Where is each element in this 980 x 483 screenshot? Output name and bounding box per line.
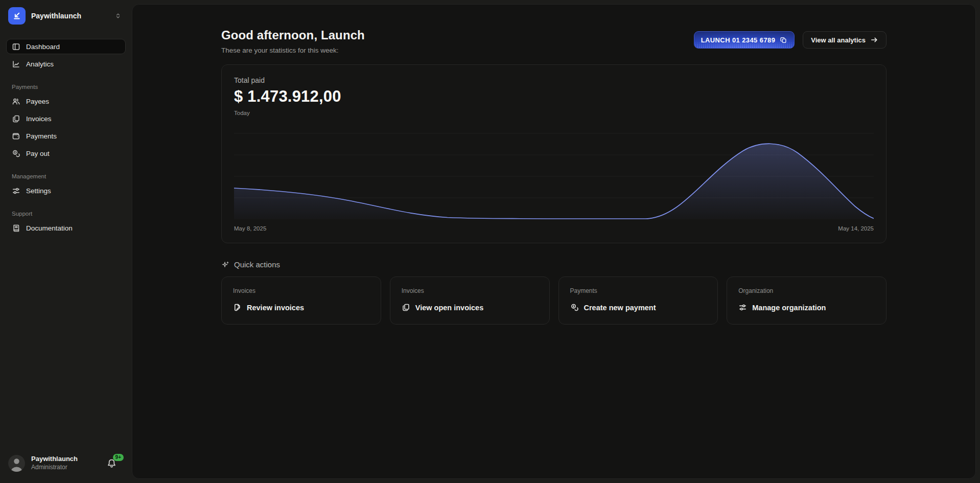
section-label-payments: Payments: [6, 84, 126, 90]
area-chart-svg: [234, 126, 874, 219]
sidebar-item-dashboard[interactable]: Dashboard: [6, 39, 126, 54]
card-label: Create new payment: [584, 304, 656, 312]
sidebar-item-label: Dashboard: [26, 43, 60, 51]
sidebar-item-settings[interactable]: Settings: [6, 183, 126, 198]
card-category: Invoices: [233, 287, 369, 294]
manage-organization-icon: [738, 303, 747, 312]
book-icon: [12, 224, 20, 233]
stats-amount: $ 1.473.912,00: [234, 87, 874, 106]
account-number-button[interactable]: LAUNCH 01 2345 6789: [694, 31, 795, 49]
payees-icon: [12, 97, 20, 106]
invoices-icon: [12, 114, 20, 123]
user-role: Administrator: [31, 464, 101, 471]
chevron-updown-icon[interactable]: [114, 12, 122, 19]
total-paid-card: Total paid $ 1.473.912,00 Today: [221, 64, 886, 243]
quick-actions-heading: Quick actions: [221, 260, 886, 269]
chart-date-axis: May 8, 2025 May 14, 2025: [234, 225, 874, 232]
notification-badge: 9+: [113, 454, 124, 461]
review-invoices-icon: [233, 303, 242, 312]
arrow-right-icon: [870, 36, 878, 44]
card-label: Review invoices: [247, 304, 304, 312]
org-switcher[interactable]: Paywithlaunch: [6, 7, 126, 25]
sidebar-item-label: Analytics: [26, 60, 54, 68]
quick-action-manage-organization[interactable]: Organization Manage organization: [727, 277, 886, 325]
card-category: Invoices: [402, 287, 538, 294]
payments-area-chart[interactable]: [234, 126, 874, 219]
card-label: Manage organization: [752, 304, 826, 312]
stats-label: Total paid: [234, 76, 874, 84]
greeting-block: Good afternoon, Launch These are your st…: [221, 28, 365, 54]
section-label-support: Support: [6, 211, 126, 217]
open-invoices-icon: [402, 303, 410, 312]
sidebar-nav: Dashboard Analytics Payments Payees Invo…: [6, 39, 126, 238]
content-column: Good afternoon, Launch These are your st…: [221, 5, 886, 325]
user-meta: Paywithlaunch Administrator: [31, 455, 101, 471]
wallet-icon: [12, 132, 20, 141]
sliders-icon: [12, 187, 20, 195]
card-label: View open invoices: [415, 304, 484, 312]
user-name: Paywithlaunch: [31, 455, 101, 463]
chart-date-start: May 8, 2025: [234, 225, 266, 232]
sidebar-item-analytics[interactable]: Analytics: [6, 56, 126, 72]
view-all-analytics-button[interactable]: View all analytics: [803, 31, 886, 49]
page-title: Good afternoon, Launch: [221, 28, 365, 42]
coins-icon: [12, 149, 20, 158]
account-number-label: LAUNCH 01 2345 6789: [701, 36, 776, 44]
quick-actions-grid: Invoices Review invoices Invoices: [221, 277, 886, 325]
sidebar-item-payments[interactable]: Payments: [6, 128, 126, 144]
page-header: Good afternoon, Launch These are your st…: [221, 28, 886, 54]
new-payment-icon: [570, 303, 579, 312]
card-action: View open invoices: [402, 303, 538, 312]
quick-action-create-new-payment[interactable]: Payments Create new payment: [558, 277, 718, 325]
section-label-management: Management: [6, 173, 126, 179]
copy-icon: [780, 36, 787, 44]
sidebar-item-label: Settings: [26, 187, 51, 195]
brand-logo: [8, 7, 26, 25]
notifications-button[interactable]: 9+: [107, 458, 116, 468]
sidebar-item-payees[interactable]: Payees: [6, 94, 126, 109]
card-category: Organization: [738, 287, 875, 294]
sidebar: Paywithlaunch Dashboard Analytics Paymen…: [0, 0, 132, 483]
avatar: [8, 455, 25, 472]
quick-action-view-open-invoices[interactable]: Invoices View open invoices: [390, 277, 550, 325]
sidebar-item-pay-out[interactable]: Pay out: [6, 146, 126, 161]
quick-actions-title: Quick actions: [234, 260, 280, 269]
quick-action-review-invoices[interactable]: Invoices Review invoices: [221, 277, 381, 325]
person-silhouette-icon: [8, 455, 25, 472]
sidebar-item-documentation[interactable]: Documentation: [6, 220, 126, 236]
page-subtitle: These are your statistics for this week:: [221, 47, 365, 54]
sparkle-icon: [221, 261, 229, 269]
main-panel: Good afternoon, Launch These are your st…: [132, 4, 976, 479]
org-name: Paywithlaunch: [31, 12, 109, 20]
sidebar-item-label: Payments: [26, 132, 57, 140]
view-analytics-label: View all analytics: [811, 36, 866, 44]
sidebar-item-invoices[interactable]: Invoices: [6, 111, 126, 126]
launch-arrow-icon: [12, 11, 21, 20]
chart-date-end: May 14, 2025: [838, 225, 874, 232]
stats-period: Today: [234, 110, 874, 116]
card-action: Review invoices: [233, 303, 369, 312]
user-menu[interactable]: Paywithlaunch Administrator 9+: [6, 453, 126, 476]
dashboard-icon: [12, 42, 20, 51]
sidebar-item-label: Pay out: [26, 150, 50, 157]
sidebar-item-label: Documentation: [26, 224, 73, 232]
analytics-icon: [12, 60, 20, 68]
card-action: Manage organization: [738, 303, 875, 312]
header-actions: LAUNCH 01 2345 6789 View all analytics: [694, 31, 886, 49]
sidebar-item-label: Payees: [26, 98, 49, 105]
card-action: Create new payment: [570, 303, 707, 312]
sidebar-item-label: Invoices: [26, 115, 52, 123]
card-category: Payments: [570, 287, 707, 294]
